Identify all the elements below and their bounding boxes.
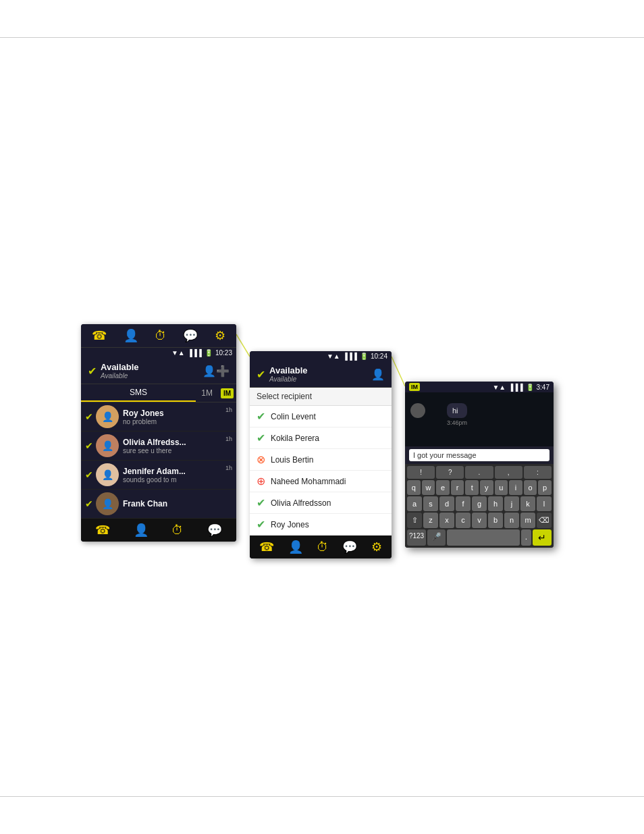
key-s[interactable]: s xyxy=(423,496,438,511)
recipient-name: Kokila Perera xyxy=(271,434,319,443)
key-x[interactable]: x xyxy=(439,513,454,528)
key-f[interactable]: f xyxy=(456,496,471,511)
time-display: 10:23 xyxy=(215,349,232,357)
time-display: 10:24 xyxy=(371,353,387,360)
key-enter[interactable]: ↵ xyxy=(533,529,552,546)
key-question[interactable]: ? xyxy=(436,466,464,479)
contact-row-frank[interactable]: ✔ 👤 Frank Chan xyxy=(81,490,236,519)
key-c[interactable]: c xyxy=(456,513,471,528)
bottom-contacts-icon[interactable]: 👤 xyxy=(288,540,303,554)
key-b[interactable]: b xyxy=(488,513,503,528)
keyboard-special-row: ! ? . , : xyxy=(407,466,552,479)
contact-name: Roy Jones xyxy=(123,409,232,418)
key-j[interactable]: j xyxy=(504,496,519,511)
key-d[interactable]: d xyxy=(439,496,454,511)
key-q[interactable]: q xyxy=(407,480,421,495)
tab-im-indicator: IM xyxy=(221,388,234,398)
bottom-settings-icon[interactable]: ⚙ xyxy=(371,540,382,554)
key-m[interactable]: m xyxy=(520,513,535,528)
chat-message-area: hi 3:46pm xyxy=(405,392,554,446)
recipient-name: Roy Jones xyxy=(271,520,309,529)
history-icon[interactable]: ⏱ xyxy=(155,329,167,343)
contacts-icon[interactable]: 👤 xyxy=(124,328,138,343)
status-available-icon: ✔ xyxy=(257,496,265,509)
bottom-messages-icon[interactable]: 💬 xyxy=(342,540,357,554)
add-contact-icon[interactable]: 👤 xyxy=(371,368,385,381)
screen2-bottom-toolbar: ☎ 👤 ⏱ 💬 ⚙ xyxy=(250,536,392,558)
status-available-icon: ✔ xyxy=(257,410,265,423)
battery-icon: 🔋 xyxy=(360,353,368,360)
recipient-olivia[interactable]: ✔ Olivia Alfredsson xyxy=(250,492,392,514)
keyboard-row2: a s d f g h j k l xyxy=(407,496,552,511)
compose-bar xyxy=(405,446,554,464)
key-w[interactable]: w xyxy=(422,480,435,495)
bottom-history-icon[interactable]: ⏱ xyxy=(171,523,184,538)
chat-message-row: hi 3:46pm xyxy=(410,403,548,426)
contact-row-jennifer[interactable]: ✔ 👤 Jennifer Adam... sounds good to m 1h xyxy=(81,461,236,490)
avatar-jennifer: 👤 xyxy=(96,463,119,486)
compose-input[interactable] xyxy=(409,449,549,461)
key-n[interactable]: n xyxy=(504,513,519,528)
svg-line-0 xyxy=(236,334,250,357)
key-backspace[interactable]: ⌫ xyxy=(537,513,552,528)
screen2-recipient-select: ▼▲ ▐▐▐ 🔋 10:24 ✔ Available Available 👤 S… xyxy=(250,351,392,558)
key-space[interactable] xyxy=(447,529,520,546)
recipient-kokila[interactable]: ✔ Kokila Perera xyxy=(250,427,392,449)
key-y[interactable]: y xyxy=(480,480,493,495)
recipient-roy-jones[interactable]: ✔ Roy Jones xyxy=(250,514,392,536)
key-shift[interactable]: ⇧ xyxy=(407,513,422,528)
contact-row-olivia[interactable]: ✔ 👤 Olivia Alfredss... sure see u there … xyxy=(81,432,236,461)
key-dot[interactable]: . xyxy=(521,529,531,546)
recipient-naheed[interactable]: ⊕ Naheed Mohammadi xyxy=(250,471,392,492)
status-unavailable-icon: ⊕ xyxy=(257,475,265,488)
phone-icon[interactable]: ☎ xyxy=(92,328,107,343)
recipient-name: Olivia Alfredsson xyxy=(271,498,331,508)
key-colon[interactable]: : xyxy=(524,466,552,479)
chat-app-icon: IM xyxy=(409,383,420,391)
key-e[interactable]: e xyxy=(436,480,450,495)
bottom-phone-icon[interactable]: ☎ xyxy=(95,523,110,538)
key-mic[interactable]: 🎤 xyxy=(427,529,446,546)
recipient-colin[interactable]: ✔ Colin Levent xyxy=(250,406,392,427)
recipient-louis[interactable]: ⊗ Louis Bertin xyxy=(250,449,392,471)
key-exclaim[interactable]: ! xyxy=(407,466,435,479)
contact-last-msg: sounds good to m xyxy=(123,476,232,484)
chat-bubble: hi xyxy=(447,403,467,418)
tab-im[interactable]: 1M xyxy=(196,385,218,401)
avatar-frank: 👤 xyxy=(96,492,119,515)
svg-line-2 xyxy=(392,357,405,386)
key-z[interactable]: z xyxy=(423,513,438,528)
key-period[interactable]: . xyxy=(465,466,493,479)
key-o[interactable]: o xyxy=(524,480,537,495)
key-v[interactable]: v xyxy=(472,513,487,528)
key-u[interactable]: u xyxy=(495,480,508,495)
bottom-messages-icon[interactable]: 💬 xyxy=(207,523,222,538)
key-l[interactable]: l xyxy=(537,496,552,511)
key-g[interactable]: g xyxy=(472,496,487,511)
key-comma[interactable]: , xyxy=(495,466,522,479)
key-p[interactable]: p xyxy=(538,480,552,495)
key-i[interactable]: i xyxy=(509,480,522,495)
recipient-name: Colin Levent xyxy=(271,412,316,421)
screen1-statusbar: ▼▲ ▐▐▐ 🔋 10:23 xyxy=(81,348,236,358)
key-t[interactable]: t xyxy=(465,480,479,495)
add-contact-icon[interactable]: 👤➕ xyxy=(203,365,230,377)
screen3-statusbar: IM ▼▲ ▐▐▐ 🔋 3:47 xyxy=(405,382,554,392)
bottom-contacts-icon[interactable]: 👤 xyxy=(134,523,149,538)
recipient-name: Louis Bertin xyxy=(271,455,313,465)
recipient-list: Select recipient ✔ Colin Levent ✔ Kokila… xyxy=(250,388,392,536)
tab-sms[interactable]: SMS xyxy=(81,384,196,402)
messages-icon[interactable]: 💬 xyxy=(183,328,198,343)
bottom-history-icon[interactable]: ⏱ xyxy=(317,540,329,554)
key-numbers[interactable]: ?123 xyxy=(407,529,426,546)
key-r[interactable]: r xyxy=(451,480,464,495)
key-k[interactable]: k xyxy=(520,496,535,511)
key-a[interactable]: a xyxy=(407,496,422,511)
profile-status: Available xyxy=(269,375,308,383)
available-status-icon: ✔ xyxy=(257,368,265,381)
settings-icon[interactable]: ⚙ xyxy=(215,328,225,343)
key-h[interactable]: h xyxy=(488,496,503,511)
avatar-roy-jones: 👤 xyxy=(96,405,119,428)
bottom-phone-icon[interactable]: ☎ xyxy=(259,540,274,554)
contact-row-roy-jones[interactable]: ✔ 👤 Roy Jones no problem 1h xyxy=(81,402,236,432)
